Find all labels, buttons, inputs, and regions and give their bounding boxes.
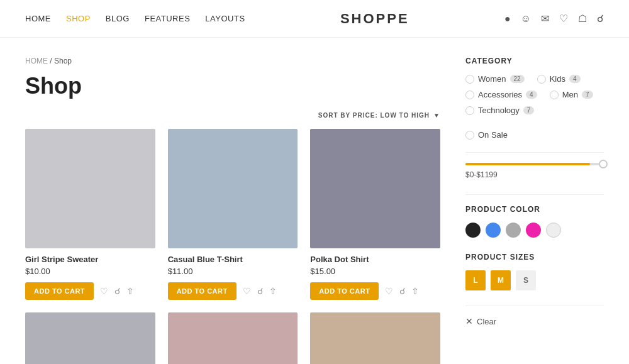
product-actions: ADD TO CART ♡ ☌ ⇧ bbox=[168, 282, 298, 300]
category-kids-count: 4 bbox=[569, 75, 581, 83]
search-icon[interactable]: ☌ bbox=[597, 13, 604, 25]
size-swatch-s[interactable]: S bbox=[516, 270, 536, 290]
color-swatch-white[interactable] bbox=[546, 223, 561, 238]
divider-3 bbox=[465, 306, 604, 306]
size-swatch-m[interactable]: M bbox=[491, 270, 511, 290]
on-sale-filter[interactable]: On Sale bbox=[465, 130, 604, 140]
size-section: Product Sizes LMS bbox=[465, 253, 604, 290]
product-card bbox=[310, 312, 440, 364]
radio-on-sale[interactable] bbox=[465, 131, 474, 140]
size-swatch-l[interactable]: L bbox=[465, 270, 486, 290]
product-card: Girl Stripe Sweater $10.00 ADD TO CART ♡… bbox=[25, 129, 155, 300]
size-swatches: LMS bbox=[465, 270, 604, 290]
zoom-icon[interactable]: ☌ bbox=[399, 286, 405, 296]
price-section: $0-$1199 bbox=[465, 163, 604, 179]
product-image bbox=[310, 129, 440, 248]
brand-logo[interactable]: SHOPPE bbox=[340, 11, 409, 27]
color-section: Product Color bbox=[465, 205, 604, 238]
sort-bar: SORT BY PRICE: LOW TO HIGH ▼ bbox=[25, 112, 440, 119]
product-actions: ADD TO CART ♡ ☌ ⇧ bbox=[310, 282, 440, 300]
category-women-label: Women bbox=[478, 74, 506, 84]
divider-1 bbox=[465, 152, 604, 153]
color-swatch-pink[interactable] bbox=[526, 223, 541, 238]
category-kids-label: Kids bbox=[550, 74, 565, 84]
nav-links: HOME SHOP BLOG FEATURES LAYOUTS bbox=[25, 14, 245, 23]
category-women-count: 22 bbox=[510, 75, 525, 83]
product-image-placeholder bbox=[25, 312, 155, 364]
product-name: Girl Stripe Sweater bbox=[25, 255, 155, 264]
price-slider-thumb[interactable] bbox=[599, 160, 608, 168]
chevron-down-icon: ▼ bbox=[433, 112, 440, 119]
category-accessories-count: 4 bbox=[526, 91, 537, 99]
sort-label-text: SORT BY PRICE: LOW TO HIGH bbox=[318, 112, 430, 119]
add-to-cart-button[interactable]: ADD TO CART bbox=[310, 282, 379, 300]
product-card bbox=[25, 312, 155, 364]
nav-shop[interactable]: SHOP bbox=[66, 14, 91, 23]
sidebar: Category Women 22 Kids 4 Accessories bbox=[465, 57, 604, 364]
sort-dropdown[interactable]: SORT BY PRICE: LOW TO HIGH ▼ bbox=[318, 112, 440, 119]
nav-icons: ● ☺ ✉ ♡ ☖ ☌ bbox=[504, 13, 604, 25]
product-card: Polka Dot Shirt $15.00 ADD TO CART ♡ ☌ ⇧ bbox=[310, 129, 440, 300]
wishlist-icon[interactable]: ♡ bbox=[243, 286, 251, 296]
radio-accessories[interactable] bbox=[465, 91, 474, 99]
category-technology-count: 7 bbox=[523, 106, 535, 114]
color-swatches bbox=[465, 223, 604, 238]
color-swatch-gray[interactable] bbox=[506, 223, 521, 238]
share-icon[interactable]: ⇧ bbox=[269, 286, 277, 296]
breadcrumb-separator: / bbox=[50, 57, 54, 65]
breadcrumb-home[interactable]: HOME bbox=[25, 57, 48, 65]
category-row-2: Accessories 4 Men 7 bbox=[465, 90, 604, 99]
category-accessories-label: Accessories bbox=[478, 90, 522, 99]
price-range-label: $0-$1199 bbox=[465, 170, 604, 179]
nav-features[interactable]: FEATURES bbox=[145, 14, 190, 23]
radio-men[interactable] bbox=[550, 91, 559, 99]
user-icon[interactable]: ☺ bbox=[521, 13, 531, 25]
product-grid: Girl Stripe Sweater $10.00 ADD TO CART ♡… bbox=[25, 129, 440, 364]
price-slider-fill bbox=[465, 163, 590, 165]
nav-home[interactable]: HOME bbox=[25, 14, 51, 23]
location-icon[interactable]: ● bbox=[504, 13, 511, 25]
cart-icon[interactable]: ☖ bbox=[578, 13, 587, 25]
product-card: Casual Blue T-Shirt $11.00 ADD TO CART ♡… bbox=[168, 129, 298, 300]
mail-icon[interactable]: ✉ bbox=[541, 13, 549, 25]
category-title: Category bbox=[465, 57, 604, 65]
share-icon[interactable]: ⇧ bbox=[126, 286, 134, 296]
wishlist-icon[interactable]: ♡ bbox=[100, 286, 108, 296]
color-swatch-black[interactable] bbox=[465, 223, 481, 238]
product-image-placeholder bbox=[168, 312, 298, 364]
heart-icon[interactable]: ♡ bbox=[559, 13, 568, 25]
color-swatch-blue[interactable] bbox=[486, 223, 501, 238]
nav-blog[interactable]: BLOG bbox=[106, 14, 130, 23]
color-title: Product Color bbox=[465, 205, 604, 214]
category-row-1: Women 22 Kids 4 bbox=[465, 74, 604, 84]
category-technology-label: Technology bbox=[478, 106, 520, 115]
radio-kids[interactable] bbox=[537, 75, 546, 84]
radio-women[interactable] bbox=[465, 75, 474, 84]
product-image bbox=[168, 129, 298, 248]
radio-technology[interactable] bbox=[465, 106, 474, 115]
add-to-cart-button[interactable]: ADD TO CART bbox=[25, 282, 94, 300]
product-image bbox=[25, 129, 155, 248]
zoom-icon[interactable]: ☌ bbox=[257, 286, 263, 296]
share-icon[interactable]: ⇧ bbox=[411, 286, 419, 296]
zoom-icon[interactable]: ☌ bbox=[114, 286, 120, 296]
clear-x-icon: ✕ bbox=[465, 316, 473, 326]
category-men-count: 7 bbox=[582, 91, 593, 99]
page-title: Shop bbox=[25, 73, 440, 99]
on-sale-label: On Sale bbox=[478, 130, 508, 140]
category-accessories[interactable]: Accessories 4 bbox=[465, 90, 537, 99]
clear-button[interactable]: ✕ Clear bbox=[465, 316, 604, 326]
category-technology[interactable]: Technology 7 bbox=[465, 106, 534, 115]
category-women[interactable]: Women 22 bbox=[465, 74, 525, 84]
add-to-cart-button[interactable]: ADD TO CART bbox=[168, 282, 237, 300]
clear-label: Clear bbox=[477, 317, 496, 326]
size-title: Product Sizes bbox=[465, 253, 604, 262]
category-men[interactable]: Men 7 bbox=[550, 90, 593, 99]
product-image-placeholder bbox=[310, 312, 440, 364]
nav-layouts[interactable]: LAYOUTS bbox=[205, 14, 245, 23]
breadcrumb-current: Shop bbox=[54, 57, 72, 65]
category-list: Women 22 Kids 4 Accessories 4 Men bbox=[465, 74, 604, 115]
category-kids[interactable]: Kids 4 bbox=[537, 74, 581, 84]
product-actions: ADD TO CART ♡ ☌ ⇧ bbox=[25, 282, 155, 300]
wishlist-icon[interactable]: ♡ bbox=[385, 286, 393, 296]
